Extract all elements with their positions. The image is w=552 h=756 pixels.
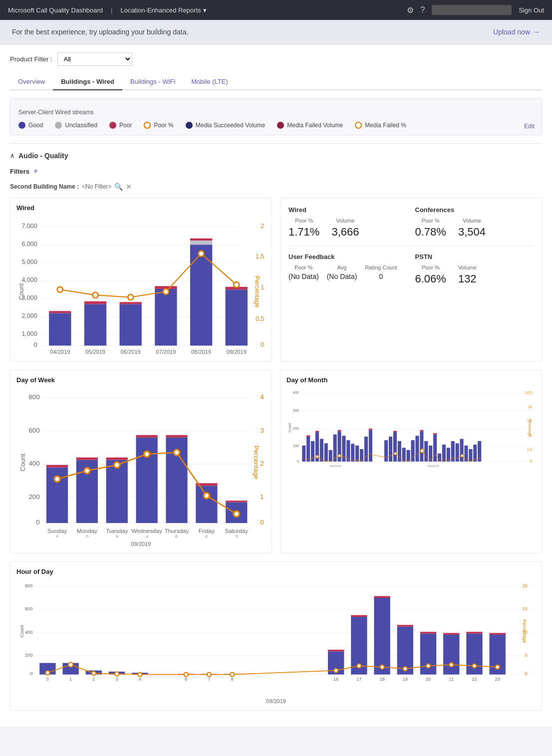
svg-rect-118	[311, 441, 314, 462]
svg-text:5: 5	[525, 652, 528, 657]
main-content: Product Filter : All Teams Skype for Bus…	[0, 44, 552, 727]
wired-poor-pct-label: Poor %	[288, 218, 319, 224]
svg-point-224	[496, 665, 500, 669]
svg-text:2,000: 2,000	[21, 312, 37, 319]
product-filter-select[interactable]: All Teams Skype for Business	[57, 52, 132, 66]
svg-text:2: 2	[261, 223, 264, 230]
upload-link[interactable]: Upload now →	[493, 28, 540, 36]
svg-text:0: 0	[525, 671, 528, 676]
legend-media-failed-pct: Media Failed %	[355, 122, 406, 129]
svg-text:0: 0	[30, 671, 32, 676]
svg-text:1: 1	[55, 534, 58, 537]
feedback-rating-label: Rating Count	[365, 264, 397, 270]
edit-button[interactable]: Edit	[524, 123, 535, 130]
gear-icon[interactable]: ⚙	[407, 5, 414, 15]
svg-rect-206	[466, 632, 482, 633]
svg-rect-61	[76, 458, 98, 460]
svg-text:400: 400	[293, 391, 299, 395]
svg-point-81	[174, 450, 180, 456]
wired-poor-pct-col: Poor % 1.71%	[288, 218, 319, 239]
filter-clear-icon[interactable]: ✕	[126, 183, 132, 191]
wired-volume-value: 3,666	[331, 226, 359, 239]
top-charts-grid: Wired 7,000 6,000 5,000 4,000 3,000 2,00…	[10, 198, 542, 362]
svg-rect-157	[478, 441, 481, 462]
hour-of-day-title: Hour of Day	[16, 568, 536, 575]
legend-dot-poor-pct	[144, 122, 151, 129]
svg-rect-63	[106, 458, 128, 460]
legend-poor-pct: Poor %	[144, 122, 173, 129]
svg-point-213	[138, 672, 142, 676]
tab-mobile[interactable]: Mobile (LTE)	[183, 74, 236, 90]
svg-rect-59	[46, 465, 68, 468]
wired-volume-col: Volume 3,666	[331, 218, 359, 239]
legend-media-succeeded: Media Succeeded Volume	[186, 122, 265, 129]
svg-text:Thursday: Thursday	[165, 527, 189, 534]
svg-point-161	[316, 456, 318, 458]
svg-point-222	[449, 663, 453, 667]
svg-point-83	[234, 511, 240, 517]
svg-rect-152	[456, 444, 459, 462]
nav-link[interactable]: Location-Enhanced Reports ▾	[120, 6, 206, 14]
tab-buildings-wifi[interactable]: Buildings - WiFi	[122, 74, 183, 90]
pstn-volume-col: Volume 132	[458, 264, 477, 285]
svg-rect-147	[433, 435, 437, 462]
svg-text:09/2019: 09/2019	[227, 349, 247, 354]
brand-label: Microsoft Call Quality Dashboard	[8, 6, 103, 14]
product-filter: Product Filter : All Teams Skype for Bus…	[10, 52, 542, 66]
svg-rect-198	[374, 596, 390, 597]
bottom-charts-grid: Day of Week 800 600 400 200 0	[10, 370, 542, 553]
svg-text:400: 400	[25, 629, 32, 634]
svg-point-212	[115, 672, 119, 676]
svg-text:5,000: 5,000	[21, 258, 37, 265]
legend-title: Server-Client Wired streams	[18, 109, 534, 116]
svg-text:Percentage: Percentage	[522, 619, 527, 643]
day-of-week-svg: 800 600 400 200 0	[16, 388, 266, 537]
stats-grid: Wired Poor % 1.71% Volume 3,666 C	[288, 206, 534, 239]
collapse-arrow-icon: ∧	[10, 152, 14, 159]
pstn-stats: PSTN Poor % 6.06% Volume 132	[415, 253, 534, 285]
wired-volume-label: Volume	[331, 218, 359, 224]
legend-media-failed: Media Failed Volume	[277, 122, 343, 129]
svg-text:10: 10	[528, 405, 532, 409]
svg-point-164	[420, 449, 424, 453]
svg-point-221	[426, 664, 430, 668]
svg-rect-141	[407, 450, 410, 462]
filter-search-icon[interactable]: 🔍	[114, 183, 123, 191]
sign-out-button[interactable]: Sign Out	[519, 6, 544, 14]
conf-poor-pct-value: 0.78%	[415, 226, 446, 239]
svg-point-209	[45, 671, 49, 675]
svg-rect-196	[351, 615, 367, 616]
conferences-stats: Conferences Poor % 0.78% Volume 3,504	[415, 206, 534, 239]
top-nav: Microsoft Call Quality Dashboard | Locat…	[0, 0, 552, 20]
svg-text:0.5: 0.5	[256, 315, 264, 322]
second-building-filter: Second Building Name : <No Filter> 🔍 ✕	[10, 183, 132, 191]
tab-overview[interactable]: Overview	[10, 74, 53, 90]
svg-text:6: 6	[205, 534, 208, 537]
svg-text:0: 0	[297, 460, 299, 464]
svg-rect-134	[337, 430, 341, 432]
legend-area: Server-Client Wired streams Good Unclass…	[10, 98, 542, 135]
user-feedback-row: Poor % (No Data) Avg (No Data) Rating Co…	[288, 264, 407, 280]
filter-add-button[interactable]: +	[33, 167, 38, 176]
feedback-avg-col: Avg (No Data)	[327, 264, 357, 280]
svg-text:Count: Count	[288, 423, 292, 433]
svg-text:2.5: 2.5	[527, 448, 532, 452]
svg-text:2: 2	[92, 677, 95, 682]
tab-buildings-wired[interactable]: Buildings - Wired	[53, 74, 122, 90]
svg-rect-25	[190, 241, 212, 245]
legend-label-good: Good	[28, 122, 43, 129]
svg-text:7,000: 7,000	[21, 223, 37, 230]
legend-items: Good Unclassified Poor Poor % Media Succ…	[18, 122, 534, 129]
svg-text:Count: Count	[19, 454, 26, 472]
svg-text:1.5: 1.5	[256, 253, 264, 260]
user-feedback-title: User Feedback	[288, 253, 407, 260]
svg-point-79	[114, 462, 120, 468]
help-icon[interactable]: ?	[421, 5, 425, 14]
user-feedback-stats: User Feedback Poor % (No Data) Avg (No D…	[288, 253, 407, 285]
day-of-month-chart-box: Day of Month 400 300 200 100 0 12.5	[280, 370, 542, 553]
svg-text:04/2019: 04/2019	[50, 349, 70, 354]
svg-rect-19	[84, 301, 106, 304]
svg-text:09/2019: 09/2019	[428, 464, 439, 468]
svg-text:800: 800	[28, 394, 39, 401]
audio-quality-header[interactable]: ∧ Audio - Quality	[10, 152, 542, 160]
